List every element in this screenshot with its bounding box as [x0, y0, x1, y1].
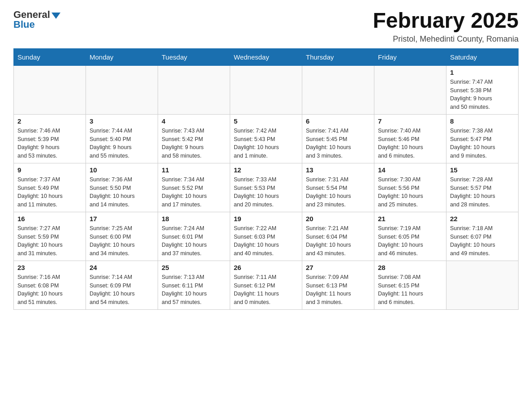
calendar-title: February 2025 [373, 9, 519, 33]
day-number: 12 [234, 166, 298, 174]
weekday-header-saturday: Saturday [446, 48, 519, 65]
day-info: Sunrise: 7:46 AM Sunset: 5:39 PM Dayligh… [17, 127, 82, 160]
day-info: Sunrise: 7:19 AM Sunset: 6:05 PM Dayligh… [378, 224, 442, 258]
day-number: 6 [306, 117, 370, 125]
day-info: Sunrise: 7:21 AM Sunset: 6:04 PM Dayligh… [306, 224, 370, 258]
day-number: 1 [450, 68, 515, 76]
logo: General Blue [13, 9, 60, 30]
calendar-cell: 26Sunrise: 7:11 AM Sunset: 6:12 PM Dayli… [230, 261, 302, 309]
calendar-header: SundayMondayTuesdayWednesdayThursdayFrid… [14, 48, 519, 65]
calendar-cell: 4Sunrise: 7:43 AM Sunset: 5:42 PM Daylig… [158, 114, 230, 163]
calendar-table: SundayMondayTuesdayWednesdayThursdayFrid… [13, 48, 519, 310]
calendar-cell [302, 65, 374, 114]
calendar-cell: 28Sunrise: 7:08 AM Sunset: 6:15 PM Dayli… [374, 261, 446, 309]
day-info: Sunrise: 7:22 AM Sunset: 6:03 PM Dayligh… [234, 224, 298, 258]
day-info: Sunrise: 7:31 AM Sunset: 5:54 PM Dayligh… [306, 176, 370, 209]
logo-arrow-icon [51, 13, 60, 19]
day-number: 15 [450, 166, 515, 174]
day-number: 22 [450, 215, 515, 223]
calendar-week-2: 2Sunrise: 7:46 AM Sunset: 5:39 PM Daylig… [14, 114, 519, 163]
day-number: 10 [90, 166, 154, 174]
weekday-header-thursday: Thursday [302, 48, 374, 65]
calendar-cell: 6Sunrise: 7:41 AM Sunset: 5:45 PM Daylig… [302, 114, 374, 163]
day-number: 27 [306, 264, 370, 271]
calendar-week-1: 1Sunrise: 7:47 AM Sunset: 5:38 PM Daylig… [14, 65, 519, 114]
calendar-cell: 20Sunrise: 7:21 AM Sunset: 6:04 PM Dayli… [302, 212, 374, 261]
day-info: Sunrise: 7:25 AM Sunset: 6:00 PM Dayligh… [90, 224, 154, 258]
day-info: Sunrise: 7:34 AM Sunset: 5:52 PM Dayligh… [162, 176, 226, 209]
day-number: 25 [162, 264, 226, 271]
calendar-cell: 17Sunrise: 7:25 AM Sunset: 6:00 PM Dayli… [86, 212, 158, 261]
day-info: Sunrise: 7:47 AM Sunset: 5:38 PM Dayligh… [450, 78, 515, 111]
day-number: 4 [162, 117, 226, 125]
day-info: Sunrise: 7:33 AM Sunset: 5:53 PM Dayligh… [234, 176, 298, 209]
calendar-cell: 11Sunrise: 7:34 AM Sunset: 5:52 PM Dayli… [158, 163, 230, 212]
calendar-cell: 1Sunrise: 7:47 AM Sunset: 5:38 PM Daylig… [446, 65, 519, 114]
day-number: 2 [17, 117, 82, 125]
day-info: Sunrise: 7:38 AM Sunset: 5:47 PM Dayligh… [450, 127, 515, 160]
calendar-cell: 14Sunrise: 7:30 AM Sunset: 5:56 PM Dayli… [374, 163, 446, 212]
day-number: 8 [450, 117, 515, 125]
calendar-cell: 23Sunrise: 7:16 AM Sunset: 6:08 PM Dayli… [14, 261, 86, 309]
calendar-week-4: 16Sunrise: 7:27 AM Sunset: 5:59 PM Dayli… [14, 212, 519, 261]
day-info: Sunrise: 7:30 AM Sunset: 5:56 PM Dayligh… [378, 176, 442, 209]
title-block: February 2025 Pristol, Mehedinti County,… [373, 9, 519, 44]
weekday-header-row: SundayMondayTuesdayWednesdayThursdayFrid… [14, 48, 519, 65]
calendar-cell: 15Sunrise: 7:28 AM Sunset: 5:57 PM Dayli… [446, 163, 519, 212]
day-number: 17 [90, 215, 154, 223]
calendar-week-5: 23Sunrise: 7:16 AM Sunset: 6:08 PM Dayli… [14, 261, 519, 309]
day-number: 20 [306, 215, 370, 223]
day-number: 23 [17, 264, 82, 271]
weekday-header-friday: Friday [374, 48, 446, 65]
calendar-cell: 22Sunrise: 7:18 AM Sunset: 6:07 PM Dayli… [446, 212, 519, 261]
calendar-cell: 19Sunrise: 7:22 AM Sunset: 6:03 PM Dayli… [230, 212, 302, 261]
calendar-cell: 3Sunrise: 7:44 AM Sunset: 5:40 PM Daylig… [86, 114, 158, 163]
day-info: Sunrise: 7:44 AM Sunset: 5:40 PM Dayligh… [90, 127, 154, 160]
calendar-cell [374, 65, 446, 114]
weekday-header-tuesday: Tuesday [158, 48, 230, 65]
day-number: 24 [90, 264, 154, 271]
calendar-cell [446, 261, 519, 309]
calendar-cell: 27Sunrise: 7:09 AM Sunset: 6:13 PM Dayli… [302, 261, 374, 309]
day-info: Sunrise: 7:36 AM Sunset: 5:50 PM Dayligh… [90, 176, 154, 209]
calendar-cell [86, 65, 158, 114]
day-number: 5 [234, 117, 298, 125]
day-number: 26 [234, 264, 298, 271]
calendar-cell [230, 65, 302, 114]
calendar-cell: 2Sunrise: 7:46 AM Sunset: 5:39 PM Daylig… [14, 114, 86, 163]
calendar-cell: 12Sunrise: 7:33 AM Sunset: 5:53 PM Dayli… [230, 163, 302, 212]
logo-blue-text: Blue [13, 19, 35, 30]
calendar-cell: 13Sunrise: 7:31 AM Sunset: 5:54 PM Dayli… [302, 163, 374, 212]
day-info: Sunrise: 7:08 AM Sunset: 6:15 PM Dayligh… [378, 273, 442, 307]
calendar-cell: 16Sunrise: 7:27 AM Sunset: 5:59 PM Dayli… [14, 212, 86, 261]
day-info: Sunrise: 7:42 AM Sunset: 5:43 PM Dayligh… [234, 127, 298, 160]
day-info: Sunrise: 7:28 AM Sunset: 5:57 PM Dayligh… [450, 176, 515, 209]
weekday-header-sunday: Sunday [14, 48, 86, 65]
page-header: General Blue February 2025 Pristol, Mehe… [13, 9, 519, 44]
calendar-week-3: 9Sunrise: 7:37 AM Sunset: 5:49 PM Daylig… [14, 163, 519, 212]
day-number: 3 [90, 117, 154, 125]
calendar-cell [158, 65, 230, 114]
calendar-cell: 10Sunrise: 7:36 AM Sunset: 5:50 PM Dayli… [86, 163, 158, 212]
calendar-cell: 5Sunrise: 7:42 AM Sunset: 5:43 PM Daylig… [230, 114, 302, 163]
day-number: 28 [378, 264, 442, 271]
day-info: Sunrise: 7:14 AM Sunset: 6:09 PM Dayligh… [90, 273, 154, 307]
day-info: Sunrise: 7:40 AM Sunset: 5:46 PM Dayligh… [378, 127, 442, 160]
day-info: Sunrise: 7:37 AM Sunset: 5:49 PM Dayligh… [17, 176, 82, 209]
calendar-cell: 9Sunrise: 7:37 AM Sunset: 5:49 PM Daylig… [14, 163, 86, 212]
day-info: Sunrise: 7:41 AM Sunset: 5:45 PM Dayligh… [306, 127, 370, 160]
day-number: 13 [306, 166, 370, 174]
calendar-cell: 21Sunrise: 7:19 AM Sunset: 6:05 PM Dayli… [374, 212, 446, 261]
calendar-cell: 25Sunrise: 7:13 AM Sunset: 6:11 PM Dayli… [158, 261, 230, 309]
weekday-header-wednesday: Wednesday [230, 48, 302, 65]
day-info: Sunrise: 7:09 AM Sunset: 6:13 PM Dayligh… [306, 273, 370, 307]
day-number: 11 [162, 166, 226, 174]
calendar-body: 1Sunrise: 7:47 AM Sunset: 5:38 PM Daylig… [14, 65, 519, 309]
calendar-cell [14, 65, 86, 114]
day-info: Sunrise: 7:11 AM Sunset: 6:12 PM Dayligh… [234, 273, 298, 307]
calendar-cell: 7Sunrise: 7:40 AM Sunset: 5:46 PM Daylig… [374, 114, 446, 163]
day-number: 19 [234, 215, 298, 223]
day-info: Sunrise: 7:27 AM Sunset: 5:59 PM Dayligh… [17, 224, 82, 258]
calendar-cell: 18Sunrise: 7:24 AM Sunset: 6:01 PM Dayli… [158, 212, 230, 261]
day-info: Sunrise: 7:16 AM Sunset: 6:08 PM Dayligh… [17, 273, 82, 307]
